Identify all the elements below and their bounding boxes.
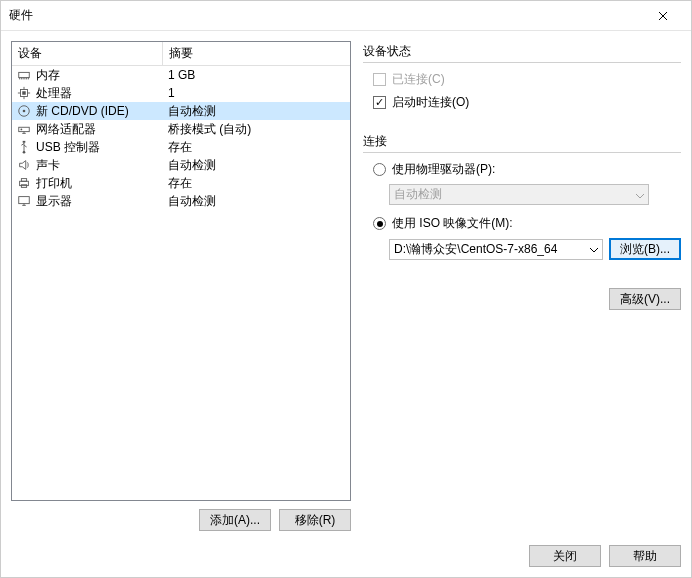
physical-drive-value: 自动检测 bbox=[394, 186, 442, 203]
svg-rect-0 bbox=[19, 72, 30, 77]
network-icon bbox=[16, 121, 32, 137]
device-label: 显示器 bbox=[36, 193, 162, 210]
use-iso-radio[interactable] bbox=[373, 217, 386, 230]
device-status-group: 设备状态 已连接(C) 启动时连接(O) bbox=[363, 43, 681, 117]
spacer bbox=[363, 310, 681, 535]
table-row[interactable]: 显示器自动检测 bbox=[12, 192, 350, 210]
device-summary: 存在 bbox=[162, 139, 346, 156]
table-row[interactable]: 打印机存在 bbox=[12, 174, 350, 192]
table-row[interactable]: 处理器1 bbox=[12, 84, 350, 102]
use-physical-row: 使用物理驱动器(P): bbox=[363, 161, 681, 178]
table-header: 设备 摘要 bbox=[12, 42, 350, 66]
window-title: 硬件 bbox=[9, 7, 643, 24]
device-summary: 自动检测 bbox=[162, 103, 346, 120]
device-label: 处理器 bbox=[36, 85, 162, 102]
svg-rect-5 bbox=[19, 127, 30, 131]
add-button[interactable]: 添加(A)... bbox=[199, 509, 271, 531]
memory-icon bbox=[16, 67, 32, 83]
usb-icon bbox=[16, 139, 32, 155]
device-summary: 自动检测 bbox=[162, 157, 346, 174]
footer: 关闭 帮助 bbox=[1, 539, 691, 577]
iso-path-value: D:\瀚博众安\CentOS-7-x86_64 bbox=[394, 241, 557, 258]
remove-button[interactable]: 移除(R) bbox=[279, 509, 351, 531]
device-label: 声卡 bbox=[36, 157, 162, 174]
cpu-icon bbox=[16, 85, 32, 101]
printer-icon bbox=[16, 175, 32, 191]
device-label: USB 控制器 bbox=[36, 139, 162, 156]
device-summary: 1 bbox=[162, 86, 346, 100]
chevron-down-icon bbox=[636, 188, 644, 202]
svg-rect-2 bbox=[22, 91, 26, 95]
svg-rect-8 bbox=[23, 141, 26, 143]
connection-title: 连接 bbox=[363, 133, 681, 150]
sound-icon bbox=[16, 157, 32, 173]
table-row[interactable]: 新 CD/DVD (IDE)自动检测 bbox=[12, 102, 350, 120]
use-iso-row: 使用 ISO 映像文件(M): bbox=[363, 215, 681, 232]
disc-icon bbox=[16, 103, 32, 119]
table-body: 内存1 GB处理器1新 CD/DVD (IDE)自动检测网络适配器桥接模式 (自… bbox=[12, 66, 350, 210]
connected-label: 已连接(C) bbox=[392, 71, 445, 88]
device-label: 网络适配器 bbox=[36, 121, 162, 138]
close-button[interactable]: 关闭 bbox=[529, 545, 601, 567]
advanced-button[interactable]: 高级(V)... bbox=[609, 288, 681, 310]
device-status-title: 设备状态 bbox=[363, 43, 681, 60]
device-summary: 存在 bbox=[162, 175, 346, 192]
device-summary: 1 GB bbox=[162, 68, 346, 82]
connected-checkbox bbox=[373, 73, 386, 86]
window-close-button[interactable] bbox=[643, 1, 683, 31]
content-area: 设备 摘要 内存1 GB处理器1新 CD/DVD (IDE)自动检测网络适配器桥… bbox=[1, 31, 691, 539]
separator bbox=[363, 152, 681, 153]
use-physical-label: 使用物理驱动器(P): bbox=[392, 161, 495, 178]
help-button[interactable]: 帮助 bbox=[609, 545, 681, 567]
connect-poweron-label: 启动时连接(O) bbox=[392, 94, 469, 111]
device-label: 新 CD/DVD (IDE) bbox=[36, 103, 162, 120]
device-summary: 桥接模式 (自动) bbox=[162, 121, 346, 138]
display-icon bbox=[16, 193, 32, 209]
svg-rect-10 bbox=[21, 179, 26, 182]
chevron-down-icon bbox=[590, 242, 598, 256]
right-actions: 高级(V)... bbox=[363, 288, 681, 310]
right-panel: 设备状态 已连接(C) 启动时连接(O) 连接 使用物理驱动器(P): bbox=[363, 41, 681, 535]
svg-point-7 bbox=[23, 151, 26, 154]
hardware-dialog: 硬件 设备 摘要 内存1 GB处理器1新 CD/DVD (IDE)自动检测网络适… bbox=[0, 0, 692, 578]
separator bbox=[363, 62, 681, 63]
titlebar: 硬件 bbox=[1, 1, 691, 31]
table-row[interactable]: 内存1 GB bbox=[12, 66, 350, 84]
use-physical-radio[interactable] bbox=[373, 163, 386, 176]
close-icon bbox=[658, 11, 668, 21]
physical-drive-dropdown: 自动检测 bbox=[389, 184, 649, 205]
connect-poweron-row: 启动时连接(O) bbox=[363, 94, 681, 111]
table-row[interactable]: USB 控制器存在 bbox=[12, 138, 350, 156]
use-iso-label: 使用 ISO 映像文件(M): bbox=[392, 215, 513, 232]
svg-point-4 bbox=[23, 110, 26, 113]
connection-group: 连接 使用物理驱动器(P): 自动检测 使用 ISO bbox=[363, 133, 681, 260]
left-panel: 设备 摘要 内存1 GB处理器1新 CD/DVD (IDE)自动检测网络适配器桥… bbox=[11, 41, 351, 535]
device-label: 打印机 bbox=[36, 175, 162, 192]
table-row[interactable]: 声卡自动检测 bbox=[12, 156, 350, 174]
device-label: 内存 bbox=[36, 67, 162, 84]
iso-path-dropdown[interactable]: D:\瀚博众安\CentOS-7-x86_64 bbox=[389, 239, 603, 260]
header-summary[interactable]: 摘要 bbox=[162, 42, 350, 65]
iso-path-row: D:\瀚博众安\CentOS-7-x86_64 浏览(B)... bbox=[363, 238, 681, 260]
header-device[interactable]: 设备 bbox=[12, 42, 162, 65]
table-row[interactable]: 网络适配器桥接模式 (自动) bbox=[12, 120, 350, 138]
left-buttons: 添加(A)... 移除(R) bbox=[11, 501, 351, 535]
browse-button[interactable]: 浏览(B)... bbox=[609, 238, 681, 260]
hardware-table: 设备 摘要 内存1 GB处理器1新 CD/DVD (IDE)自动检测网络适配器桥… bbox=[11, 41, 351, 501]
device-summary: 自动检测 bbox=[162, 193, 346, 210]
svg-rect-12 bbox=[19, 197, 30, 204]
connect-poweron-checkbox[interactable] bbox=[373, 96, 386, 109]
connected-row: 已连接(C) bbox=[363, 71, 681, 88]
svg-point-6 bbox=[21, 129, 23, 131]
